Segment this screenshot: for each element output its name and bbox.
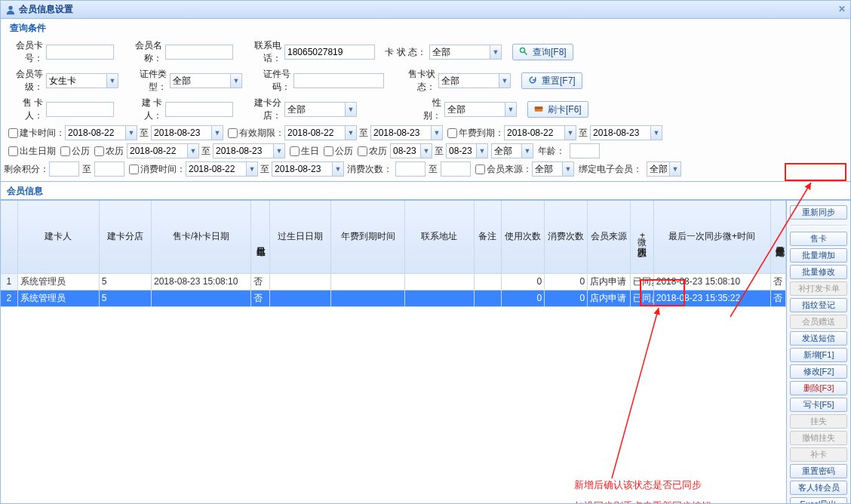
- chevron-down-icon[interactable]: ▼: [669, 161, 681, 177]
- batch-mod-button[interactable]: 批量修改: [790, 265, 847, 279]
- source-check[interactable]: [475, 164, 485, 174]
- add-button[interactable]: 新增[F1]: [790, 348, 847, 362]
- col-yearfee[interactable]: 年费到期时间: [331, 201, 405, 273]
- recard-button[interactable]: 补卡: [790, 447, 847, 462]
- gongli-check[interactable]: [60, 146, 70, 156]
- chevron-down-icon[interactable]: ▼: [246, 161, 258, 177]
- nongli2-check[interactable]: [358, 146, 367, 156]
- points-from[interactable]: [49, 161, 79, 177]
- consume-cnt-to[interactable]: [441, 161, 471, 177]
- lost-button[interactable]: 挂失: [790, 414, 847, 429]
- level-select[interactable]: [46, 73, 106, 88]
- create-time-check[interactable]: [8, 128, 18, 138]
- chevron-down-icon[interactable]: ▼: [106, 73, 118, 88]
- batch-add-button[interactable]: 批量增加: [790, 248, 847, 263]
- guest2mem-button[interactable]: 客人转会员: [790, 481, 847, 495]
- valid-to[interactable]: [370, 125, 431, 140]
- gift-button[interactable]: 会员赠送: [790, 315, 847, 329]
- col-creator[interactable]: 建卡人: [17, 201, 99, 273]
- yearfee-check[interactable]: [447, 128, 457, 138]
- yearfee-from[interactable]: [504, 125, 564, 140]
- birthday-check[interactable]: [290, 146, 300, 156]
- consume-time-check[interactable]: [129, 164, 139, 174]
- source-select[interactable]: [532, 161, 562, 177]
- sale-status-select[interactable]: [438, 73, 499, 88]
- chevron-down-icon[interactable]: ▼: [420, 143, 432, 158]
- resetpwd-button[interactable]: 重置密码: [790, 464, 847, 478]
- resync-button[interactable]: 重新同步: [790, 205, 847, 220]
- col-store[interactable]: 建卡分店: [99, 201, 151, 273]
- bday-from[interactable]: [390, 143, 420, 158]
- finger-button[interactable]: 指纹登记: [790, 298, 847, 312]
- chevron-down-icon[interactable]: ▼: [505, 102, 517, 117]
- create-store-select[interactable]: [284, 102, 345, 117]
- table-row[interactable]: 2系统管理员5否00店内申请已同步2018-08-23 15:35:22否: [1, 290, 786, 306]
- edit-button[interactable]: 修改[F2]: [790, 364, 847, 379]
- sell-button[interactable]: 售卡: [790, 232, 847, 246]
- reissue-button[interactable]: 补打发卡单: [790, 281, 847, 296]
- chevron-down-icon[interactable]: ▼: [562, 161, 574, 177]
- name-input[interactable]: [165, 45, 233, 60]
- cert-type-select[interactable]: [170, 73, 230, 88]
- chevron-down-icon[interactable]: ▼: [125, 125, 137, 140]
- chevron-down-icon[interactable]: ▼: [187, 143, 199, 158]
- col-synctime[interactable]: 最后一次同步微+时间: [653, 201, 770, 273]
- col-use[interactable]: 使用次数: [502, 201, 545, 273]
- col-remark[interactable]: 备注: [474, 201, 502, 273]
- create-to[interactable]: [151, 125, 211, 140]
- cert-no-input[interactable]: [293, 73, 384, 88]
- valid-check[interactable]: [228, 128, 238, 138]
- chevron-down-icon[interactable]: ▼: [345, 102, 357, 117]
- chevron-down-icon[interactable]: ▼: [490, 45, 502, 60]
- yearfee-to[interactable]: [590, 125, 650, 140]
- card-status-select[interactable]: [429, 45, 490, 60]
- consume-to[interactable]: [272, 161, 332, 177]
- bday-scope[interactable]: [491, 143, 521, 158]
- col-consume[interactable]: 消费次数: [545, 201, 588, 273]
- col-source[interactable]: 会员来源: [588, 201, 631, 273]
- chevron-down-icon[interactable]: ▼: [521, 143, 533, 158]
- unlost-button[interactable]: 撤销挂失: [790, 431, 847, 445]
- card-no-input[interactable]: [46, 45, 114, 60]
- chevron-down-icon[interactable]: ▼: [431, 125, 443, 140]
- chevron-down-icon[interactable]: ▼: [564, 125, 576, 140]
- gender-select[interactable]: [444, 102, 505, 117]
- write-button[interactable]: 写卡[F5]: [790, 398, 847, 412]
- chevron-down-icon[interactable]: ▼: [273, 143, 285, 158]
- saler-input[interactable]: [46, 102, 114, 117]
- chevron-down-icon[interactable]: ▼: [230, 73, 242, 88]
- chevron-down-icon[interactable]: ▼: [332, 161, 344, 177]
- col-date[interactable]: 售卡/补卡日期: [152, 201, 251, 273]
- chevron-down-icon[interactable]: ▼: [476, 143, 488, 158]
- gongli2-check[interactable]: [324, 146, 333, 156]
- birth-check[interactable]: [8, 146, 18, 156]
- consume-from[interactable]: [186, 161, 246, 177]
- nongli-check[interactable]: [94, 146, 104, 156]
- chevron-down-icon[interactable]: ▼: [345, 125, 357, 140]
- del-button[interactable]: 删除[F3]: [790, 381, 847, 395]
- chevron-down-icon[interactable]: ▼: [211, 125, 223, 140]
- birth-from[interactable]: [127, 143, 187, 158]
- refresh-button[interactable]: 刷卡[F6]: [527, 101, 588, 118]
- col-bday-pass[interactable]: 本年已过生日: [251, 201, 269, 273]
- reset-button[interactable]: 重置[F7]: [521, 72, 582, 89]
- excel-button[interactable]: Excel导出: [790, 497, 847, 503]
- bind-ecard-select[interactable]: [647, 161, 669, 177]
- col-addr[interactable]: 联系地址: [404, 201, 474, 273]
- age-input[interactable]: [570, 143, 600, 158]
- col-bind[interactable]: 是否绑定电子免费卡: [770, 201, 786, 273]
- points-to[interactable]: [94, 161, 124, 177]
- create-from[interactable]: [65, 125, 125, 140]
- phone-input[interactable]: [284, 45, 375, 60]
- col-bday[interactable]: 过生日日期: [269, 201, 330, 273]
- bday-to[interactable]: [446, 143, 476, 158]
- chevron-down-icon[interactable]: ▼: [650, 125, 662, 140]
- col-sync[interactable]: 微+同步状态: [631, 201, 654, 273]
- close-icon[interactable]: ✕: [838, 4, 846, 14]
- chevron-down-icon[interactable]: ▼: [499, 73, 511, 88]
- consume-cnt-from[interactable]: [395, 161, 426, 177]
- valid-from[interactable]: [284, 125, 345, 140]
- creator-input[interactable]: [165, 102, 233, 117]
- birth-to[interactable]: [213, 143, 273, 158]
- table-row[interactable]: 1系统管理员52018-08-23 15:08:10否00店内申请已同步2018…: [1, 273, 786, 290]
